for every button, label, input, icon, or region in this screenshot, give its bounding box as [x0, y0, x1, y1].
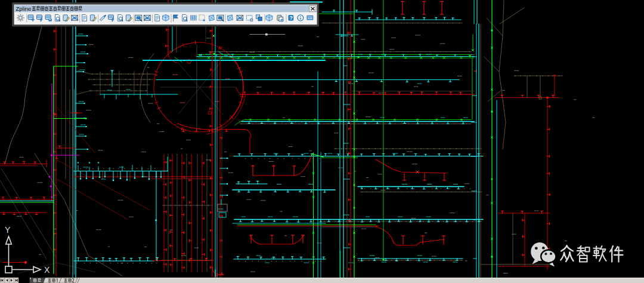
svg-text:?: ? [290, 15, 293, 21]
svg-text:Y: Y [5, 225, 11, 235]
svg-text:Zpline: Zpline [16, 5, 32, 12]
svg-text:X: X [44, 265, 50, 275]
